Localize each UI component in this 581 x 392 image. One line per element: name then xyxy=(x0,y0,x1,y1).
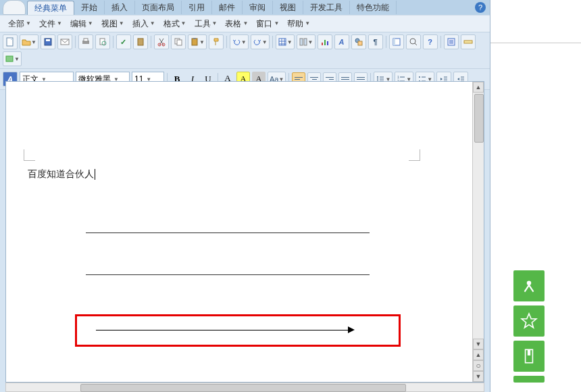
zoom-icon[interactable] xyxy=(406,34,421,49)
next-page-icon[interactable]: ▼ xyxy=(473,371,484,382)
help-icon[interactable]: ? xyxy=(475,2,486,13)
new-doc-icon[interactable] xyxy=(3,34,18,49)
vertical-scrollbar[interactable]: ▲ ▼ ▲ ○ ▼ xyxy=(472,82,484,382)
app-logo[interactable] xyxy=(3,0,26,15)
menu-all[interactable]: 全部▼ xyxy=(4,17,35,30)
svg-rect-2 xyxy=(46,39,50,41)
prev-page-icon[interactable]: ▲ xyxy=(473,349,484,360)
spellcheck-icon[interactable]: ✓ xyxy=(116,34,131,49)
menu-window[interactable]: 窗口▼ xyxy=(252,17,283,30)
menu-insert[interactable]: 插入▼ xyxy=(128,17,159,30)
svg-rect-28 xyxy=(6,56,13,62)
svg-point-33 xyxy=(527,280,532,285)
cut-icon[interactable] xyxy=(154,34,169,49)
horizontal-line-2[interactable] xyxy=(86,274,370,275)
arrow-shape-line[interactable] xyxy=(96,330,349,330)
print-icon[interactable] xyxy=(78,34,93,49)
columns-icon[interactable]: ▼ xyxy=(297,34,315,49)
menu-format[interactable]: 格式▼ xyxy=(159,17,191,30)
hscroll-thumb[interactable] xyxy=(80,384,406,392)
print-preview-icon[interactable] xyxy=(95,34,110,49)
more-button[interactable] xyxy=(513,376,545,383)
svg-point-31 xyxy=(419,76,420,78)
svg-point-9 xyxy=(158,43,161,46)
tab-review[interactable]: 审阅 xyxy=(243,1,273,14)
margin-corner-tr xyxy=(409,149,420,161)
svg-rect-13 xyxy=(192,39,197,45)
share-button[interactable] xyxy=(513,270,545,301)
redo-icon[interactable]: ▼ xyxy=(251,34,270,49)
arrow-shape-head xyxy=(348,326,355,333)
ruler-icon[interactable] xyxy=(461,34,476,49)
drawing-icon[interactable] xyxy=(351,34,366,49)
vscroll-thumb[interactable] xyxy=(474,94,484,143)
svg-rect-20 xyxy=(327,41,328,45)
tab-insert[interactable]: 插入 xyxy=(105,1,135,14)
tab-home[interactable]: 开始 xyxy=(74,1,105,14)
chart-icon[interactable] xyxy=(318,34,332,49)
tab-classic-menu[interactable]: 经典菜单 xyxy=(27,1,74,15)
svg-rect-8 xyxy=(138,39,143,45)
tab-page-layout[interactable]: 页面布局 xyxy=(135,1,182,14)
scroll-up-icon[interactable]: ▲ xyxy=(473,82,484,93)
svg-rect-12 xyxy=(177,40,182,45)
tab-developer[interactable]: 开发工具 xyxy=(303,1,350,14)
standard-toolbar: ▼ ✓ ▼ ▼ ▼ ▼ ▼ A ¶ ? ▼ xyxy=(0,32,490,69)
doc-map-icon[interactable] xyxy=(389,34,404,49)
paste-icon[interactable]: ▼ xyxy=(188,34,207,49)
svg-rect-19 xyxy=(324,40,326,45)
wordart-icon[interactable]: A xyxy=(334,34,349,49)
svg-rect-22 xyxy=(358,41,362,45)
svg-rect-5 xyxy=(84,39,88,41)
svg-rect-17 xyxy=(304,39,307,45)
help2-icon[interactable]: ? xyxy=(423,34,438,49)
svg-rect-35 xyxy=(528,349,530,356)
copy-icon[interactable] xyxy=(171,34,186,49)
classic-menu-bar: 全部▼ 文件▼ 编辑▼ 视图▼ 插入▼ 格式▼ 工具▼ 表格▼ 窗口▼ 帮助▼ xyxy=(0,15,490,32)
menu-view[interactable]: 视图▼ xyxy=(97,17,128,30)
svg-rect-27 xyxy=(464,41,472,43)
svg-rect-14 xyxy=(193,38,196,39)
menu-tools[interactable]: 工具▼ xyxy=(191,17,222,30)
ribbon-tabstrip: 经典菜单 开始 插入 页面布局 引用 邮件 审阅 视图 开发工具 特色功能 ? xyxy=(0,0,490,15)
svg-rect-24 xyxy=(393,39,395,45)
svg-rect-16 xyxy=(300,39,303,45)
menu-help[interactable]: 帮助▼ xyxy=(283,17,314,30)
svg-rect-18 xyxy=(322,43,323,45)
screenclip-icon[interactable]: ▼ xyxy=(3,51,22,66)
format-painter-icon[interactable] xyxy=(209,34,224,49)
tab-mailings[interactable]: 邮件 xyxy=(212,1,243,14)
save-icon[interactable] xyxy=(41,34,55,49)
svg-point-10 xyxy=(162,43,165,46)
floating-action-buttons xyxy=(513,270,545,383)
menu-edit[interactable]: 编辑▼ xyxy=(66,17,97,30)
research-icon[interactable] xyxy=(133,34,148,49)
tab-special[interactable]: 特色功能 xyxy=(350,1,397,14)
show-marks-icon[interactable]: ¶ xyxy=(368,34,383,49)
svg-point-25 xyxy=(410,39,415,44)
menu-file[interactable]: 文件▼ xyxy=(35,17,66,30)
undo-icon[interactable]: ▼ xyxy=(230,34,249,49)
favorite-button[interactable] xyxy=(513,305,545,337)
tab-references[interactable]: 引用 xyxy=(182,1,212,14)
browse-object-icon[interactable]: ○ xyxy=(473,360,484,371)
horizontal-scrollbar[interactable] xyxy=(5,383,484,392)
navpane-icon[interactable] xyxy=(444,34,459,49)
open-icon[interactable]: ▼ xyxy=(20,34,39,49)
document-workspace: ▲ ▼ ▲ ○ ▼ 百度知道合伙人 xyxy=(5,81,484,383)
text-cursor xyxy=(95,169,95,180)
mail-icon[interactable] xyxy=(57,34,72,49)
horizontal-line-1[interactable] xyxy=(86,232,370,233)
tab-view[interactable]: 视图 xyxy=(273,1,303,14)
menu-table[interactable]: 表格▼ xyxy=(221,17,252,30)
scroll-down-icon[interactable]: ▼ xyxy=(473,339,484,349)
document-text[interactable]: 百度知道合伙人 xyxy=(28,168,95,180)
margin-corner-tl xyxy=(24,149,35,161)
document-page[interactable]: 百度知道合伙人 xyxy=(11,94,468,382)
insert-table-icon[interactable]: ▼ xyxy=(276,34,295,49)
bookmark-button[interactable] xyxy=(513,341,545,372)
